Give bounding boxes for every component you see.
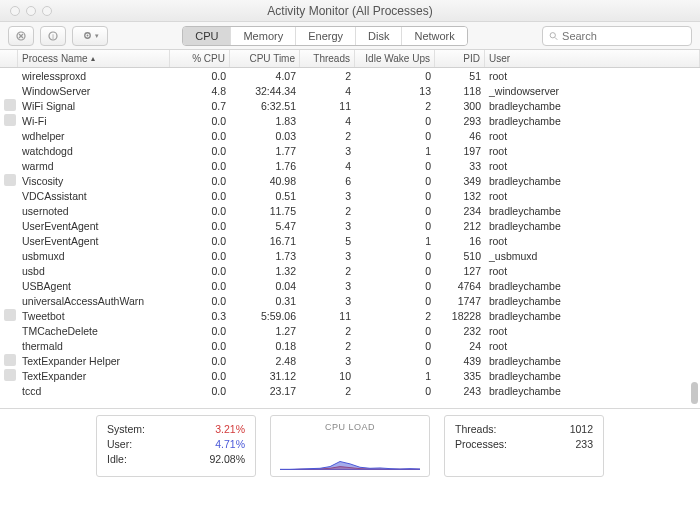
options-menu-button[interactable]: ▾ [72, 26, 108, 46]
user-cell: bradleychambe [485, 370, 700, 382]
table-row[interactable]: universalAccessAuthWarn0.00.31301747brad… [0, 293, 700, 308]
user-cell: root [485, 190, 700, 202]
app-icon [4, 114, 16, 126]
process-name-cell: thermald [18, 340, 170, 352]
idle-cell: 0 [355, 250, 435, 262]
tab-memory[interactable]: Memory [231, 27, 296, 45]
table-row[interactable]: wdhelper0.00.032046root [0, 128, 700, 143]
idle-cell: 0 [355, 355, 435, 367]
table-row[interactable]: Viscosity0.040.9860349bradleychambe [0, 173, 700, 188]
table-row[interactable]: USBAgent0.00.04304764bradleychambe [0, 278, 700, 293]
process-table[interactable]: wirelessproxd0.04.072051rootWindowServer… [0, 68, 700, 408]
table-row[interactable]: TextExpander0.031.12101335bradleychambe [0, 368, 700, 383]
pid-cell: 1747 [435, 295, 485, 307]
threads-cell: 5 [300, 235, 355, 247]
stop-process-button[interactable] [8, 26, 34, 46]
table-row[interactable]: usbd0.01.3220127root [0, 263, 700, 278]
pid-cell: 349 [435, 175, 485, 187]
system-value: 3.21% [215, 422, 245, 437]
cpu-cell: 0.0 [170, 295, 230, 307]
pid-cell: 234 [435, 205, 485, 217]
idle-cell: 0 [355, 325, 435, 337]
pid-cell: 132 [435, 190, 485, 202]
col-pid[interactable]: PID [435, 50, 485, 67]
user-cell: root [485, 130, 700, 142]
tab-energy[interactable]: Energy [296, 27, 356, 45]
col-cpu-time[interactable]: CPU Time [230, 50, 300, 67]
user-cell: bradleychambe [485, 205, 700, 217]
time-cell: 32:44.34 [230, 85, 300, 97]
cpu-cell: 0.0 [170, 115, 230, 127]
user-label: User: [107, 437, 132, 452]
pid-cell: 439 [435, 355, 485, 367]
idle-cell: 0 [355, 385, 435, 397]
threads-cell: 4 [300, 85, 355, 97]
scrollbar[interactable] [691, 68, 698, 408]
col-cpu[interactable]: % CPU [170, 50, 230, 67]
cpu-cell: 4.8 [170, 85, 230, 97]
threads-cell: 3 [300, 295, 355, 307]
table-row[interactable]: UserEventAgent0.05.4730212bradleychambe [0, 218, 700, 233]
col-idle-wake-ups[interactable]: Idle Wake Ups [355, 50, 435, 67]
idle-cell: 0 [355, 175, 435, 187]
tab-cpu[interactable]: CPU [183, 27, 231, 45]
table-row[interactable]: usernoted0.011.7520234bradleychambe [0, 203, 700, 218]
col-process-name[interactable]: Process Name▴ [18, 50, 170, 67]
time-cell: 0.18 [230, 340, 300, 352]
tab-disk[interactable]: Disk [356, 27, 402, 45]
cpu-cell: 0.0 [170, 160, 230, 172]
time-cell: 0.31 [230, 295, 300, 307]
table-row[interactable]: TMCacheDelete0.01.2720232root [0, 323, 700, 338]
idle-cell: 0 [355, 295, 435, 307]
search-input[interactable] [562, 30, 685, 42]
cpu-cell: 0.7 [170, 100, 230, 112]
time-cell: 6:32.51 [230, 100, 300, 112]
table-row[interactable]: tccd0.023.1720243bradleychambe [0, 383, 700, 398]
process-name-cell: Wi-Fi [18, 115, 170, 127]
table-row[interactable]: Tweetbot0.35:59.0611218228bradleychambe [0, 308, 700, 323]
table-header: Process Name▴ % CPU CPU Time Threads Idl… [0, 50, 700, 68]
threads-cell: 2 [300, 265, 355, 277]
idle-cell: 0 [355, 130, 435, 142]
tab-network[interactable]: Network [402, 27, 466, 45]
idle-cell: 0 [355, 220, 435, 232]
table-row[interactable]: thermald0.00.182024root [0, 338, 700, 353]
idle-cell: 0 [355, 70, 435, 82]
threads-cell: 2 [300, 130, 355, 142]
table-row[interactable]: UserEventAgent0.016.715116root [0, 233, 700, 248]
process-name-cell: warmd [18, 160, 170, 172]
time-cell: 1.73 [230, 250, 300, 262]
col-threads[interactable]: Threads [300, 50, 355, 67]
table-row[interactable]: usbmuxd0.01.7330510_usbmuxd [0, 248, 700, 263]
idle-cell: 1 [355, 235, 435, 247]
table-row[interactable]: wirelessproxd0.04.072051root [0, 68, 700, 83]
user-cell: bradleychambe [485, 355, 700, 367]
table-row[interactable]: Wi-Fi0.01.8340293bradleychambe [0, 113, 700, 128]
table-row[interactable]: VDCAssistant0.00.5130132root [0, 188, 700, 203]
idle-value: 92.08% [209, 452, 245, 467]
window-title: Activity Monitor (All Processes) [0, 4, 700, 18]
system-label: System: [107, 422, 145, 437]
table-row[interactable]: WindowServer4.832:44.34413118_windowserv… [0, 83, 700, 98]
cpu-cell: 0.0 [170, 370, 230, 382]
time-cell: 0.03 [230, 130, 300, 142]
table-row[interactable]: warmd0.01.764033root [0, 158, 700, 173]
table-row[interactable]: WiFi Signal0.76:32.51112300bradleychambe [0, 98, 700, 113]
time-cell: 11.75 [230, 205, 300, 217]
app-icon [4, 309, 16, 321]
idle-cell: 13 [355, 85, 435, 97]
cpu-cell: 0.0 [170, 385, 230, 397]
time-cell: 16.71 [230, 235, 300, 247]
scrollbar-thumb[interactable] [691, 382, 698, 404]
cpu-cell: 0.0 [170, 205, 230, 217]
idle-label: Idle: [107, 452, 127, 467]
cpu-cell: 0.0 [170, 145, 230, 157]
table-row[interactable]: TextExpander Helper0.02.4830439bradleych… [0, 353, 700, 368]
table-row[interactable]: watchdogd0.01.7731197root [0, 143, 700, 158]
search-field[interactable] [542, 26, 692, 46]
col-user[interactable]: User [485, 50, 700, 67]
process-name-cell: universalAccessAuthWarn [18, 295, 170, 307]
inspect-process-button[interactable]: i [40, 26, 66, 46]
threads-label: Threads: [455, 422, 496, 437]
process-name-cell: VDCAssistant [18, 190, 170, 202]
